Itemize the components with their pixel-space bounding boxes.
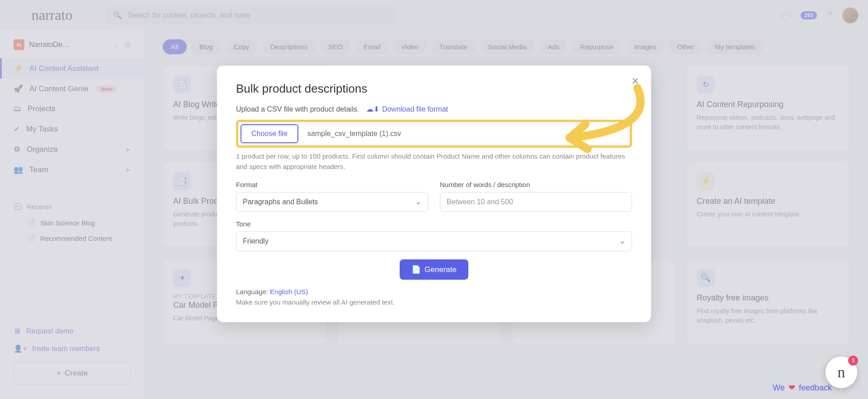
choose-file-button[interactable]: Choose file xyxy=(241,124,298,143)
doc-icon: 📄 xyxy=(411,265,421,274)
file-upload-highlight: Choose file sample_csv_template (1).csv xyxy=(236,120,632,148)
fab-badge: 3 xyxy=(848,356,858,366)
tone-select[interactable]: Friendly xyxy=(236,231,632,251)
words-input[interactable] xyxy=(440,192,632,212)
generate-button[interactable]: 📄 Generate xyxy=(400,259,468,280)
upload-hint: 1 product per row, up to 100 products. F… xyxy=(236,151,632,172)
format-select[interactable]: Paragraphs and Bullets xyxy=(236,192,428,212)
modal-title: Bulk product descriptions xyxy=(236,82,632,96)
tone-label: Tone xyxy=(236,220,632,228)
language-link[interactable]: English (US) xyxy=(270,288,308,296)
format-label: Format xyxy=(236,181,428,188)
words-label: Number of words / description xyxy=(440,181,632,188)
review-note: Make sure you manually review all AI gen… xyxy=(236,298,632,306)
bulk-product-descriptions-modal: ✕ Bulk product descriptions Upload a CSV… xyxy=(217,66,651,322)
cloud-download-icon: ☁⬇ xyxy=(366,105,379,113)
feedback-widget[interactable]: We❤feedback xyxy=(773,383,832,393)
language-row: Language: English (US) xyxy=(236,288,632,296)
upload-label: Upload a CSV file with product details. xyxy=(236,105,359,113)
chat-fab[interactable]: n 3 xyxy=(826,357,857,388)
download-format-link[interactable]: ☁⬇ Download file format xyxy=(366,105,448,113)
close-icon[interactable]: ✕ xyxy=(631,75,639,87)
selected-file-name: sample_csv_template (1).csv xyxy=(307,130,401,138)
heart-icon: ❤ xyxy=(788,383,795,393)
